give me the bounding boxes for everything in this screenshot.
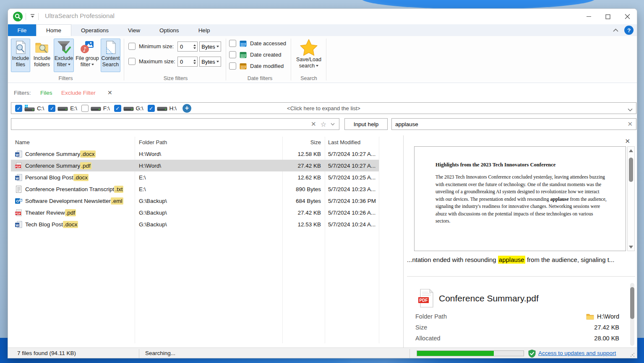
add-location-icon[interactable]: +: [183, 104, 191, 113]
details-scrollbar[interactable]: [630, 283, 634, 346]
date-accessed-checkbox[interactable]: [229, 40, 236, 47]
files-filter-chip[interactable]: Files: [40, 90, 52, 96]
tab-file[interactable]: File: [8, 24, 36, 36]
clear-search-icon[interactable]: ✕: [627, 120, 633, 128]
active-filters-bar: Filters: Files Exclude Filter ✕: [8, 86, 637, 99]
details-file-name: Conference Summary.pdf: [439, 293, 539, 303]
document-preview-page[interactable]: Highlights from the 2023 Tech Innovators…: [414, 146, 626, 251]
table-row-selected[interactable]: Conference Summary.pdf H:\Word\ 27.42 KB…: [11, 160, 379, 171]
drive-g-checkbox[interactable]: [114, 105, 121, 112]
scroll-down-icon[interactable]: [628, 244, 634, 250]
help-icon[interactable]: ?: [624, 26, 634, 35]
file-size: 27.42 KB: [282, 163, 325, 169]
favorite-star-icon[interactable]: ☆: [321, 120, 326, 128]
file-size: 684 Bytes: [282, 198, 325, 204]
maximum-size-row: Maximum size:: [128, 58, 175, 65]
pdf-file-icon: [15, 162, 22, 169]
column-header-name[interactable]: Name: [11, 139, 135, 145]
extension-highlight: .txt: [114, 186, 123, 193]
minimize-button[interactable]: [579, 9, 598, 24]
dropdown-caret-icon: [316, 65, 318, 67]
close-button[interactable]: [618, 9, 637, 24]
quick-access-caret-icon[interactable]: [30, 14, 35, 19]
dropdown-caret-icon: [216, 46, 219, 47]
file-size: 12.53 KB: [282, 221, 325, 228]
content-search-button[interactable]: Content Search: [101, 39, 120, 72]
ribbon-tab-strip: File Home Operations View Options Help ?: [8, 24, 637, 36]
resize-grip[interactable]: [630, 353, 635, 357]
close-preview-icon[interactable]: ✕: [625, 137, 630, 145]
results-table: Name Folder Path Size Last Modified Conf…: [11, 137, 379, 230]
save-load-search-button[interactable]: Save/Load search: [295, 39, 323, 72]
details-row-size: Size 27.42 KB: [415, 322, 619, 332]
file-modified: 5/7/2024 10:26 A...: [325, 210, 379, 216]
minimum-size-input[interactable]: 0: [177, 41, 198, 52]
maximum-size-unit-dropdown[interactable]: Bytes: [199, 57, 221, 67]
drive-selector-bar[interactable]: C:\ E:\ F:\ G:\ H:\ + <Click here to exp…: [11, 102, 636, 114]
file-size: 27.42 KB: [282, 210, 325, 216]
clear-input-icon[interactable]: ✕: [311, 120, 316, 128]
details-scrollbar-thumb[interactable]: [630, 287, 634, 319]
drive-e-checkbox[interactable]: [48, 105, 55, 112]
table-row[interactable]: Conference Summary.docx H:\Word\ 12.58 K…: [11, 148, 379, 160]
file-group-filter-button[interactable]: File group filter: [75, 39, 99, 72]
collapse-ribbon-icon[interactable]: [612, 26, 619, 34]
maximize-button[interactable]: [598, 9, 618, 24]
exclude-filter-chip[interactable]: Exclude Filter: [61, 90, 96, 96]
tab-options[interactable]: Options: [150, 24, 189, 36]
maximum-size-input[interactable]: 0: [177, 57, 198, 67]
column-header-size[interactable]: Size: [282, 139, 325, 145]
content-search-input[interactable]: applause ✕: [391, 118, 636, 130]
file-path: E:\: [135, 174, 282, 181]
table-row[interactable]: Tech Blog Post.docx G:\Backup\ 12.53 KB …: [11, 218, 379, 230]
updates-support-link[interactable]: Access to updates and support: [538, 350, 616, 356]
include-files-button[interactable]: Include files: [11, 39, 30, 72]
drive-c-checkbox[interactable]: [15, 105, 22, 112]
tab-operations[interactable]: Operations: [71, 24, 118, 36]
table-row[interactable]: Conference Presentation Transcript.txt E…: [11, 183, 379, 195]
scrollbar-thumb[interactable]: [629, 158, 633, 182]
filter-pattern-input[interactable]: ✕ ☆: [11, 118, 339, 130]
tab-home[interactable]: Home: [36, 24, 71, 36]
clear-filters-icon[interactable]: ✕: [107, 89, 112, 96]
expand-list-chevron-icon[interactable]: [628, 106, 633, 113]
drive-item-h[interactable]: H:\: [148, 105, 177, 112]
file-name: Conference Presentation Transcript.txt: [25, 186, 123, 192]
column-header-last-modified[interactable]: Last Modified: [325, 139, 379, 145]
drive-h-checkbox[interactable]: [148, 105, 155, 112]
drive-item-g[interactable]: G:\: [114, 105, 143, 112]
spinner-arrows-icon[interactable]: [192, 60, 197, 64]
drive-item-c[interactable]: C:\: [15, 105, 44, 112]
drive-f-checkbox[interactable]: [81, 105, 89, 112]
input-history-chevron-icon[interactable]: [331, 123, 335, 126]
spinner-arrows-icon[interactable]: [192, 44, 197, 49]
date-modified-checkbox[interactable]: [229, 62, 236, 70]
preview-scrollbar[interactable]: [627, 146, 635, 251]
exclude-filter-button[interactable]: Exclude filter: [54, 39, 74, 72]
minimum-size-checkbox[interactable]: [128, 43, 136, 50]
calendar-blue-icon: [240, 40, 247, 47]
system-drive-icon: [24, 105, 35, 111]
table-row[interactable]: Software Development Newsletter.eml G:\B…: [11, 195, 379, 207]
document-title: Highlights from the 2023 Tech Innovators…: [435, 162, 608, 168]
wallpaper-bloom: [361, 0, 596, 9]
column-header-folder-path[interactable]: Folder Path: [135, 139, 282, 145]
scroll-up-icon[interactable]: [628, 147, 634, 154]
table-row[interactable]: Theater Review.pdf G:\Backup\ 27.42 KB 5…: [11, 207, 379, 218]
word-file-icon: [15, 174, 22, 181]
tab-view[interactable]: View: [118, 24, 150, 36]
extension-highlight: .docx: [73, 174, 89, 181]
tab-help[interactable]: Help: [189, 24, 220, 36]
maximum-size-checkbox[interactable]: [128, 58, 136, 65]
date-created-checkbox[interactable]: [229, 51, 236, 58]
include-folders-button[interactable]: Include folders: [31, 39, 52, 72]
file-modified: 5/7/2024 10:27 A...: [325, 151, 379, 157]
minimum-size-unit-dropdown[interactable]: Bytes: [199, 41, 221, 52]
table-row[interactable]: Personal Blog Post.docx E:\ 12.62 KB 5/7…: [11, 171, 379, 183]
file-path: H:\Word\: [135, 151, 282, 157]
drive-item-f[interactable]: F:\: [81, 105, 110, 112]
drive-item-e[interactable]: E:\: [48, 105, 77, 112]
content-search-icon: [104, 40, 118, 54]
file-size: 12.58 KB: [282, 151, 325, 157]
input-help-button[interactable]: Input help: [344, 118, 388, 130]
